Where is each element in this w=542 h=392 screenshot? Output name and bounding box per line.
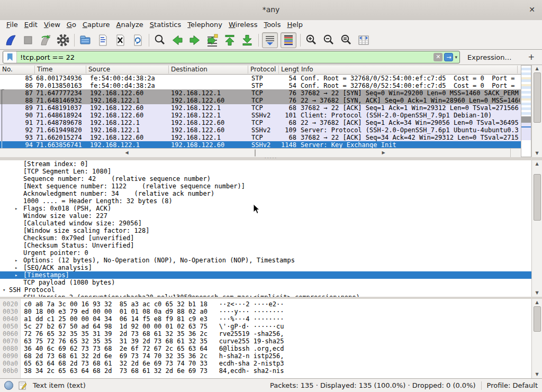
zoom-in-icon[interactable] <box>304 33 319 48</box>
detail-line[interactable]: [TCP Segment Len: 1080] <box>0 168 531 175</box>
vscroll-thumb[interactable] <box>534 306 541 332</box>
go-forward-icon[interactable] <box>187 33 202 48</box>
zoom-out-icon[interactable] <box>321 33 336 48</box>
hex-row[interactable]: 0060 72 76 65 32 35 35 31 39 2d 73 68 61… <box>0 330 531 338</box>
colorize-packets-icon[interactable] <box>281 32 296 48</box>
go-last-icon[interactable] <box>240 33 255 48</box>
detail-line[interactable]: Window size value: 227 <box>0 212 531 220</box>
hex-row[interactable]: 0090 68 2d 73 68 61 32 2d 6e 69 73 74 70… <box>0 352 531 360</box>
open-file-icon[interactable] <box>78 33 93 48</box>
hex-row[interactable]: 0070 63 75 72 76 65 32 35 35 31 39 2d 73… <box>0 338 531 345</box>
go-to-packet-icon[interactable] <box>205 33 220 48</box>
menu-capture[interactable]: Capture <box>79 20 113 29</box>
scroll-down-icon[interactable]: ▼ <box>532 150 542 157</box>
find-packet-icon[interactable] <box>152 33 167 48</box>
expand-icon[interactable]: ▸ <box>15 205 17 212</box>
apply-filter-icon[interactable]: → <box>444 53 453 61</box>
expand-icon[interactable]: ▸ <box>15 271 17 279</box>
column-header-source[interactable]: Source <box>86 66 169 74</box>
menu-view[interactable]: View <box>41 20 64 29</box>
hex-row[interactable]: 0030 80 18 00 e3 79 ed 00 00 01 01 08 0a… <box>0 308 531 315</box>
scroll-up-icon[interactable]: ▲ <box>532 160 542 168</box>
column-header-info[interactable]: Info <box>299 66 518 74</box>
add-filter-button[interactable]: + <box>528 52 535 62</box>
display-filter-field[interactable]: ✕ → ▾ <box>3 51 460 63</box>
detail-line[interactable]: 1000 .... = Header Length: 32 bytes (8) <box>0 197 531 205</box>
packet-list-hscrollbar[interactable]: ◀ ▶ <box>0 148 510 157</box>
hex-row[interactable]: 0050 5c 27 b2 67 50 ad 64 98 1d 92 00 00… <box>0 323 531 330</box>
hex-row[interactable]: 0080 36 40 6c 69 62 73 73 68 2e 6f 72 67… <box>0 345 531 352</box>
detail-line[interactable]: Sequence number: 42 (relative sequence n… <box>0 175 531 183</box>
scroll-down-icon[interactable]: ▼ <box>532 371 542 378</box>
reload-file-icon[interactable] <box>130 33 145 48</box>
go-first-icon[interactable] <box>222 33 237 48</box>
detail-line[interactable]: [Window size scaling factor: 128] <box>0 227 531 234</box>
hex-row[interactable]: 00b0 38 34 2c 65 63 64 68 2d 73 68 61 32… <box>0 367 531 375</box>
save-file-icon[interactable] <box>95 33 110 48</box>
expand-icon[interactable]: ▸ <box>15 257 17 264</box>
zoom-reset-icon[interactable] <box>339 33 354 48</box>
packet-list-minimap[interactable] <box>521 65 531 157</box>
scroll-left-icon[interactable]: ◀ <box>0 149 254 157</box>
detail-line[interactable]: Urgent pointer: 0 <box>0 249 531 257</box>
detail-line[interactable]: ▸Options: (12 bytes), No-Operation (NOP)… <box>0 257 531 264</box>
packet-row-90[interactable]: 9071.648618924192.168.122.60192.168.122.… <box>0 112 521 119</box>
clear-filter-icon[interactable]: ✕ <box>433 53 442 61</box>
menu-statistics[interactable]: Statistics <box>147 20 184 29</box>
packet-row-93[interactable]: 9371.662015274192.168.122.60192.168.122.… <box>0 134 521 141</box>
detail-line[interactable]: [Stream index: 0] <box>0 160 531 168</box>
vscroll-thumb[interactable] <box>534 174 541 221</box>
menu-edit[interactable]: Edit <box>21 20 41 29</box>
detail-line[interactable]: ▸[SEQ/ACK analysis] <box>0 264 531 271</box>
menu-tools[interactable]: Tools <box>260 20 284 29</box>
column-header-time[interactable]: Time <box>35 66 86 74</box>
hscroll-thumb[interactable] <box>255 149 256 157</box>
display-filter-input[interactable] <box>17 53 433 61</box>
detail-line[interactable]: ▸[Timestamps] <box>0 271 531 279</box>
start-capture-icon[interactable] <box>3 33 18 48</box>
hex-row[interactable]: 0040 a1 dd c1 25 00 00 04 34 06 14 f5 e8… <box>0 315 531 323</box>
packet-row-85[interactable]: 8568.001734936fe:54:00:d4:38:2aSTP54Conf… <box>0 75 521 82</box>
detail-line[interactable]: [Next sequence number: 1122 (relative se… <box>0 183 531 190</box>
packet-list-header[interactable]: No.TimeSourceDestinationProtocolLengthIn… <box>0 65 521 75</box>
detail-line[interactable]: TCP payload (1080 bytes) <box>0 279 531 286</box>
bytes-vscrollbar[interactable]: ▲ ▼ <box>531 299 542 378</box>
collapse-icon[interactable]: ▾ <box>3 286 5 294</box>
packet-row-89[interactable]: 8971.648191037192.168.122.60192.168.122.… <box>0 104 521 112</box>
packet-row-94[interactable]: 9471.663856741192.168.122.1192.168.122.6… <box>0 141 521 149</box>
stop-capture-icon[interactable] <box>21 33 35 48</box>
detail-line[interactable]: ▾SSH Protocol <box>0 286 531 294</box>
filter-bookmark-button[interactable] <box>3 51 17 63</box>
menu-telephony[interactable]: Telephony <box>184 20 225 29</box>
packet-row-87[interactable]: 8771.647777234192.168.122.60192.168.122.… <box>0 89 521 97</box>
restart-capture-icon[interactable] <box>38 33 53 48</box>
packet-row-91[interactable]: 9171.648789678192.168.122.1192.168.122.6… <box>0 119 521 126</box>
menu-help[interactable]: Help <box>284 20 306 29</box>
capture-options-icon[interactable] <box>56 33 70 48</box>
column-header-length[interactable]: Length <box>279 66 299 74</box>
scroll-up-icon[interactable]: ▲ <box>532 65 542 72</box>
expression-button[interactable]: Expression… <box>467 53 512 61</box>
menu-analyze[interactable]: Analyze <box>113 20 147 29</box>
hex-row[interactable]: 0020 c0 a8 7a 3c 00 16 93 32 85 a3 ac c0… <box>0 300 531 308</box>
close-window-icon[interactable]: ✕ <box>529 5 535 14</box>
menu-file[interactable]: File <box>3 20 21 29</box>
resize-columns-icon[interactable] <box>356 33 371 48</box>
packet-row-86[interactable]: 8670.013850163fe:54:00:d4:38:2aSTP54Conf… <box>0 82 521 89</box>
hex-row[interactable]: 00a0 65 63 64 68 2d 73 68 61 32 2d 6e 69… <box>0 360 531 367</box>
menu-go[interactable]: Go <box>64 20 79 29</box>
vscroll-thumb[interactable] <box>534 72 541 123</box>
packet-row-92[interactable]: 9271.661949820192.168.122.1192.168.122.6… <box>0 126 521 134</box>
details-vscrollbar[interactable]: ▲ ▼ <box>531 160 542 297</box>
column-header-no[interactable]: No. <box>0 66 35 74</box>
close-file-icon[interactable] <box>113 33 128 48</box>
filter-history-caret-icon[interactable]: ▾ <box>455 54 457 60</box>
go-back-icon[interactable] <box>170 33 185 48</box>
detail-line[interactable]: [Calculated window size: 29056] <box>0 220 531 227</box>
column-header-protocol[interactable]: Protocol <box>248 66 279 74</box>
capture-comment-icon[interactable] <box>19 381 26 390</box>
profile-text[interactable]: Profile: Default <box>487 381 538 389</box>
column-header-destination[interactable]: Destination <box>169 66 248 74</box>
expert-info-icon[interactable] <box>4 381 13 390</box>
title-bar[interactable]: *any ✕ <box>0 0 542 21</box>
